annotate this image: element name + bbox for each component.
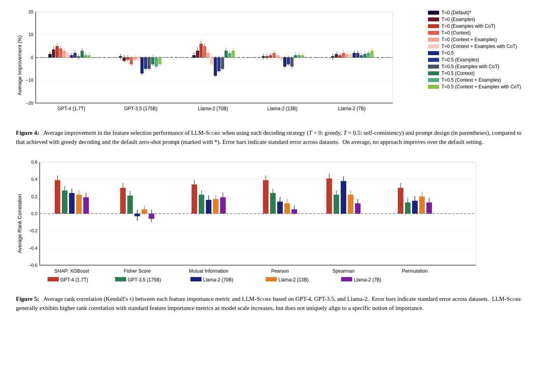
fig5-xlabel-pearson: Pearson bbox=[271, 268, 289, 274]
legend-color-t0ctxexcot bbox=[428, 44, 439, 48]
legend-item-t05ex: T=0.5 (Examples) bbox=[428, 57, 527, 63]
legend-label-t05ctxex: T=0.5 (Context + Examples) bbox=[441, 77, 501, 83]
fig5-legend-color-llama70 bbox=[190, 277, 201, 281]
legend-color-t05ctx bbox=[428, 71, 439, 75]
figure4-block: Average Improvement (%) 2 bbox=[16, 8, 527, 146]
fig4-xlabel-llama13: Llama-2 (13B) bbox=[267, 106, 297, 111]
figure4-legend: T=0 (Default)* T=0 (Examples) T=0 (Examp… bbox=[424, 8, 527, 91]
fig5-ytick-0: 0.0 bbox=[31, 211, 37, 216]
fig5-legend-label-gpt4: GPT-4 (1.7T) bbox=[60, 277, 88, 283]
legend-color-t0ex bbox=[428, 17, 439, 21]
fig4-ytick-20: 20 bbox=[29, 10, 33, 14]
fig4-xlabel-gpt4: GPT-4 (1.7T) bbox=[58, 106, 85, 111]
fig5-legend-color-llama13 bbox=[266, 277, 277, 281]
figure5-chart-container: Average Rank Correlation bbox=[16, 158, 527, 291]
fig4-label: Figure 4: bbox=[16, 130, 39, 136]
legend-color-t05excot bbox=[428, 65, 439, 69]
fig5-ylabel: Average Rank Correlation bbox=[17, 194, 23, 253]
legend-color-t05ex bbox=[428, 58, 439, 62]
fig5-bar-spearman-llama70 bbox=[341, 181, 346, 214]
fig5-ytick-02: 0.2 bbox=[31, 194, 37, 199]
figure4-chart-area: Average Improvement (%) 2 bbox=[16, 8, 424, 124]
legend-label-t05: T=0.5 bbox=[441, 50, 454, 56]
legend-item-t0excot: T=0 (Examples with CoT) bbox=[428, 23, 527, 29]
legend-item-t05ctx: T=0.5 (Context) bbox=[428, 71, 527, 76]
fig5-bar-spearman-gpt4 bbox=[326, 178, 332, 214]
fig4-xlabel-llama7: Llama-2 (7B) bbox=[338, 106, 365, 111]
legend-label-t0ex: T=0 (Examples) bbox=[441, 17, 475, 22]
figure4-chart-container: Average Improvement (%) 2 bbox=[16, 8, 527, 124]
fig5-ytick-04: 0.4 bbox=[31, 177, 37, 182]
fig5-ytick-06: 0.6 bbox=[31, 160, 37, 164]
legend-label-t05ctxexcot: T=0.5 (Context + Examples with CoT) bbox=[441, 84, 521, 90]
fig5-xlabel-fisher: Fisher Score bbox=[124, 268, 151, 274]
legend-item-t0ctxexcot: T=0 (Context + Examples with CoT) bbox=[428, 44, 527, 49]
fig5-ytick-neg02: −0.2 bbox=[29, 228, 37, 233]
fig4-ytick-10: 10 bbox=[29, 32, 33, 37]
legend-label-t0excot: T=0 (Examples with CoT) bbox=[441, 23, 495, 29]
legend-item-t0ex: T=0 (Examples) bbox=[428, 17, 527, 22]
fig5-xlabel-spearman: Spearman bbox=[332, 268, 354, 274]
fig4-ytick-neg20: −20 bbox=[26, 101, 33, 105]
legend-label-t0ctxex: T=0 (Context + Examples) bbox=[441, 37, 497, 42]
fig5-xlabel-perm: Permutation bbox=[402, 268, 428, 274]
legend-color-t0ctxex bbox=[428, 38, 439, 42]
legend-color-t05 bbox=[428, 51, 439, 55]
fig4-ytick-neg10: −10 bbox=[26, 78, 33, 82]
fig5-legend-label-llama70: Llama-2 (70B) bbox=[203, 277, 233, 283]
fig4-ylabel: Average Improvement (%) bbox=[17, 35, 23, 96]
legend-label-t05ctx: T=0.5 (Context) bbox=[441, 71, 475, 76]
legend-item-t0ctxex: T=0 (Context + Examples) bbox=[428, 37, 527, 42]
legend-label-t05excot: T=0.5 (Examples with CoT) bbox=[441, 64, 499, 69]
figure5-block: Average Rank Correlation bbox=[16, 158, 527, 312]
fig4-xlabel-llama70: Llama-2 (70B) bbox=[198, 106, 228, 111]
legend-label-t0ctx: T=0 (Context) bbox=[441, 30, 471, 36]
figure4-svg: Average Improvement (%) 2 bbox=[16, 8, 405, 123]
legend-color-t05ctxex bbox=[428, 78, 439, 82]
fig5-xlabel-shap: SHAP: XGBoost bbox=[54, 268, 89, 274]
legend-label-t0ctxexcot: T=0 (Context + Examples with CoT) bbox=[441, 44, 517, 49]
fig5-bar-shap-gpt4 bbox=[55, 180, 60, 214]
figure4-caption: Figure 4: Average improvement in the fea… bbox=[16, 128, 527, 146]
legend-color-t05ctxexcot bbox=[428, 85, 439, 89]
legend-item-t05ctxex: T=0.5 (Context + Examples) bbox=[428, 77, 527, 83]
legend-label-t05ex: T=0.5 (Examples) bbox=[441, 57, 479, 63]
fig5-label: Figure 5: bbox=[16, 296, 39, 302]
legend-item-t0ctx: T=0 (Context) bbox=[428, 30, 527, 36]
fig4-ytick-0: 0 bbox=[31, 55, 33, 60]
legend-item-t0default: T=0 (Default)* bbox=[428, 10, 527, 15]
legend-color-t0excot bbox=[428, 24, 439, 28]
figure5-caption: Figure 5: Average rank correlation (Kend… bbox=[16, 294, 527, 312]
legend-item-t05ctxexcot: T=0.5 (Context + Examples with CoT) bbox=[428, 84, 527, 90]
fig5-legend-color-llama7 bbox=[341, 277, 352, 281]
fig5-legend-label-llama13: Llama-2 (13B) bbox=[278, 277, 309, 283]
legend-item-t05: T=0.5 bbox=[428, 50, 527, 56]
fig5-xlabel-mi: Mutual Information bbox=[189, 268, 228, 274]
fig5-bar-pearson-gpt4 bbox=[263, 180, 269, 214]
fig5-legend-color-gpt35 bbox=[115, 277, 126, 281]
fig5-legend-color-gpt4 bbox=[48, 277, 59, 281]
figure5-chart-area: Average Rank Correlation bbox=[16, 158, 527, 291]
legend-label-t0default: T=0 (Default)* bbox=[441, 10, 471, 15]
fig5-legend-label-gpt35: GPT-3.5 (175B) bbox=[128, 277, 161, 283]
fig5-legend-label-llama7: Llama-2 (7B) bbox=[354, 277, 381, 283]
fig4-xlabel-gpt35: GPT-3.5 (175B) bbox=[124, 106, 157, 111]
fig5-ytick-neg04: −0.4 bbox=[29, 246, 37, 250]
figure5-svg: Average Rank Correlation bbox=[16, 158, 492, 289]
legend-color-t0default bbox=[428, 11, 439, 15]
fig5-ytick-neg06: −0.6 bbox=[29, 263, 37, 268]
legend-color-t0ctx bbox=[428, 31, 439, 35]
legend-item-t05excot: T=0.5 (Examples with CoT) bbox=[428, 64, 527, 69]
page-content: Average Improvement (%) 2 bbox=[16, 8, 527, 312]
